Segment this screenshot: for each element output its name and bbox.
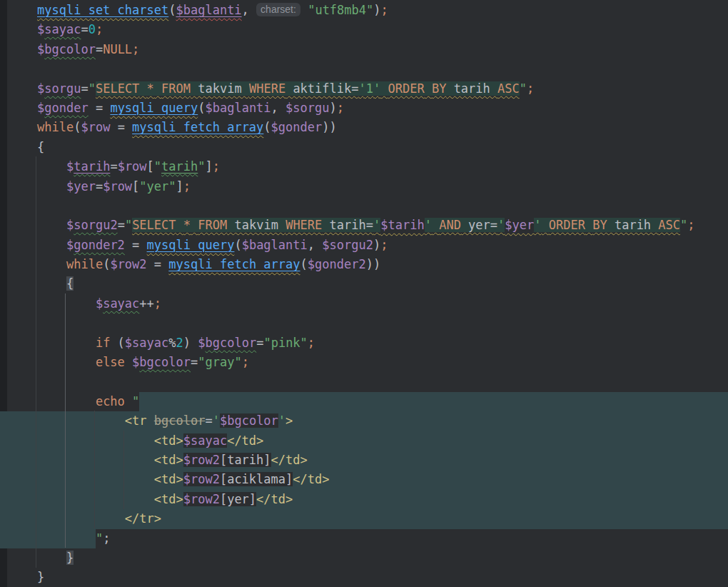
code-token: = xyxy=(96,42,103,56)
code-line: $sayac=0; xyxy=(0,20,728,39)
code-token: bgcolor xyxy=(206,336,257,350)
code-token-wrap: mysqli_fetch_array xyxy=(168,257,300,271)
code-token: ; xyxy=(381,3,388,17)
code-token: ++ xyxy=(139,296,153,311)
code-token: </td> xyxy=(293,472,329,486)
code-token: tarih= xyxy=(322,218,373,232)
code-token: ( xyxy=(198,101,205,115)
code-line: $yer=$row["yer"]; xyxy=(0,177,728,196)
code-line: { xyxy=(0,274,728,294)
code-token: $row2 xyxy=(110,257,146,271)
code-token: [ xyxy=(132,179,139,194)
code-line: while($row = mysqli_fetch_array($gonder)… xyxy=(0,118,728,137)
code-token xyxy=(37,179,66,194)
code-token: " xyxy=(125,218,132,232)
code-token: if xyxy=(96,336,110,350)
code-token: sayac xyxy=(103,296,139,311)
code-token-wrap: tarih xyxy=(74,159,110,174)
code-token: ' xyxy=(534,218,541,232)
code-token: ; xyxy=(103,531,110,546)
code-token-wrap: $yer xyxy=(505,218,534,232)
code-line: </tr> xyxy=(0,509,728,528)
code-token: gonder xyxy=(44,101,88,115)
code-token xyxy=(154,81,161,96)
code-area: mysqli_set_charset($baglanti, charset: "… xyxy=(0,0,728,587)
code-token: $gonder xyxy=(271,120,323,134)
code-token xyxy=(191,218,198,232)
code-token: 0 xyxy=(89,22,96,36)
code-token: )) xyxy=(322,120,336,134)
code-token: , xyxy=(242,3,256,17)
code-token: </td> xyxy=(227,433,263,448)
code-token xyxy=(125,394,132,408)
code-line: $gonder2 = mysqli_query($baglanti, $sorg… xyxy=(0,236,728,255)
code-token xyxy=(37,433,154,448)
code-token: ) xyxy=(183,336,198,350)
code-token: tarih xyxy=(74,159,110,174)
code-line: $gonder = mysqli_query($baglanti, $sorgu… xyxy=(0,99,728,118)
code-token: $ xyxy=(66,159,74,174)
code-line: $sorgu2="SELECT * FROM takvim WHERE tari… xyxy=(0,216,728,235)
code-token-group: ' AND yer=' xyxy=(425,218,505,232)
code-token: </td> xyxy=(271,453,308,467)
code-token: $sorgu2 xyxy=(322,238,373,252)
code-editor[interactable]: mysqli_set_charset($baglanti, charset: "… xyxy=(0,0,728,587)
code-token: ) xyxy=(373,3,380,17)
code-token: <td> xyxy=(154,472,183,486)
code-token: ( xyxy=(263,120,271,134)
code-token: $ xyxy=(132,355,139,369)
code-token: " xyxy=(96,531,103,546)
code-token: = xyxy=(191,355,198,369)
code-token: * xyxy=(147,81,154,96)
code-token xyxy=(125,355,132,369)
code-token: $ xyxy=(37,42,44,56)
code-token: ] xyxy=(206,159,213,174)
code-token: ( xyxy=(103,257,110,271)
code-token: $yer xyxy=(66,179,96,194)
code-token: <tr xyxy=(125,413,147,428)
code-token: = xyxy=(147,257,169,271)
code-token: ; xyxy=(132,42,139,56)
code-line: { xyxy=(0,138,728,157)
code-token: $ xyxy=(37,81,44,96)
code-token: } xyxy=(37,570,44,584)
code-token xyxy=(37,394,96,408)
code-token: $yer xyxy=(505,218,534,232)
code-token: )) xyxy=(366,257,380,271)
code-token: '1' xyxy=(359,81,381,96)
code-token: sorgu xyxy=(44,81,81,96)
code-token: AND xyxy=(439,218,461,232)
code-token-wrap: tarih xyxy=(161,159,198,174)
code-line: } xyxy=(0,568,728,587)
code-token: FROM xyxy=(198,218,227,232)
code-token: $row2 xyxy=(183,453,220,467)
code-token: ; xyxy=(96,22,103,36)
inlay-hint[interactable]: charset: xyxy=(256,3,300,16)
code-token xyxy=(37,492,154,506)
code-token: [ xyxy=(147,159,154,174)
code-token: aktiflik= xyxy=(285,81,358,96)
code-token: ASC xyxy=(658,218,680,232)
code-token: ; xyxy=(687,218,694,232)
code-token: bgcolor xyxy=(154,413,206,428)
code-token: [yer] xyxy=(220,492,256,506)
code-token xyxy=(139,81,146,96)
code-line: while($row2 = mysqli_fetch_array($gonder… xyxy=(0,255,728,274)
code-token: </td> xyxy=(256,492,293,506)
code-token xyxy=(37,218,66,232)
code-token: gonder2 xyxy=(74,238,125,252)
code-token xyxy=(300,3,308,17)
code-line: $bgcolor=NULL; xyxy=(0,40,728,59)
code-line: <td>$row2[yer]</td> xyxy=(0,490,728,509)
code-token: = xyxy=(110,159,117,174)
code-token: = xyxy=(125,238,147,252)
code-token: $baglanti xyxy=(176,3,241,17)
code-token xyxy=(37,355,96,369)
code-token-group: $row2[aciklama] xyxy=(183,472,293,486)
code-token xyxy=(37,276,66,291)
code-token xyxy=(37,413,125,428)
code-token: = xyxy=(205,413,212,428)
code-line: echo " xyxy=(0,392,728,411)
code-token: ) xyxy=(330,101,337,115)
code-token: $bgcolor xyxy=(220,413,278,428)
